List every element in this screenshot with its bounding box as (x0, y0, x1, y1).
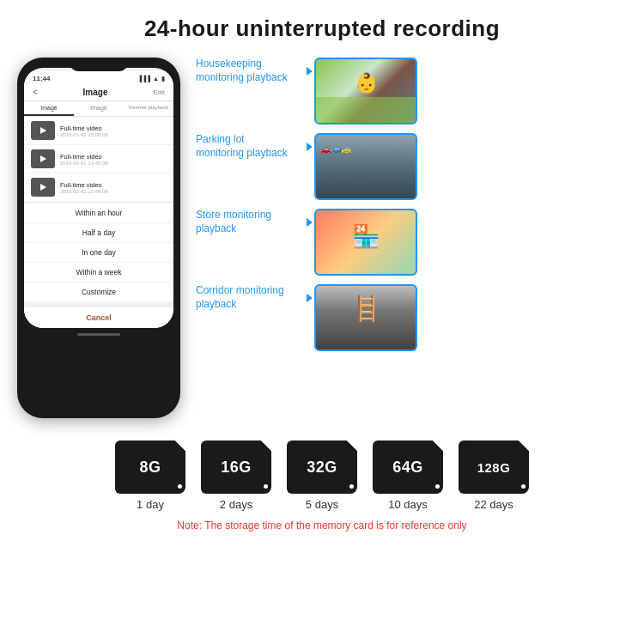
phone-home-indicator (77, 333, 120, 336)
wifi-icon: ▲ (153, 76, 159, 82)
sdcard-caption-128g: 22 days (474, 498, 513, 511)
phone-item-text-1: Full-time video 2019-01-01 15:08:06 (60, 125, 108, 137)
sdcard-dot-128g (521, 484, 526, 489)
sdcard-label-32g: 32G (307, 459, 337, 477)
phone-nav-bar: < Image Edit (24, 84, 173, 101)
phone-list-item-2[interactable]: Full-time video 2019-01-01 13:45:06 (24, 145, 173, 173)
sdcard-dot-16g (264, 484, 268, 489)
phone-item-sub-1: 2019-01-01 15:08:06 (60, 132, 108, 137)
phone-thumb-3 (31, 178, 55, 197)
phone-body: 11:44 ▐▐▐ ▲ ▮ < Image Edit (17, 58, 180, 418)
phone-time: 11:44 (33, 75, 50, 82)
monitoring-arrow-housekeeping (307, 67, 313, 76)
dropdown-within-hour[interactable]: Within an hour (24, 204, 173, 223)
phone-item-text-2: Full-time video 2019-01-01 13:45:06 (60, 153, 108, 166)
phone-tab-image[interactable]: Image (24, 101, 74, 116)
dropdown-one-day[interactable]: In one day (24, 243, 173, 263)
phone-item-title-3: Full-time video (60, 181, 108, 189)
phone-list-item-3[interactable]: Full-time video 2019-01-01 13:40:08 (24, 173, 173, 202)
page-title: 24-hour uninterrupted recording (144, 15, 500, 42)
sdcard-dot-64g (435, 484, 440, 489)
monitoring-image-store (314, 209, 417, 276)
monitoring-row-store: Store monitoringplayback (196, 209, 627, 276)
sdcard-notch-8g (175, 440, 185, 451)
phone-list-item-1[interactable]: Full-time video 2019-01-01 15:08:06 (24, 117, 173, 145)
sdcard-item-64g: 64G 10 days (373, 440, 443, 511)
dropdown-customize[interactable]: Customize (24, 283, 173, 302)
monitoring-image-parking (314, 133, 417, 200)
phone-nav-edit[interactable]: Edit (153, 88, 165, 96)
monitoring-arrow-corridor (307, 294, 313, 302)
sdcard-caption-64g: 10 days (388, 498, 428, 511)
battery-icon: ▮ (161, 76, 165, 82)
sdcard-notch-32g (347, 440, 357, 451)
phone-tabs: Image Image Remote playback (24, 101, 173, 117)
phone-item-sub-2: 2019-01-01 13:45:06 (60, 161, 108, 166)
sdcard-caption-16g: 2 days (220, 498, 252, 511)
phone-notch (69, 58, 129, 71)
sdcard-notch-64g (433, 440, 443, 451)
phone-cancel-button[interactable]: Cancel (24, 304, 173, 328)
monitoring-arrow-store (307, 218, 313, 227)
phone-status-bar: 11:44 ▐▐▐ ▲ ▮ (24, 71, 173, 84)
sdcard-visual-64g: 64G (373, 440, 443, 494)
monitoring-text-housekeeping: Housekeepingmonitoring playback (196, 58, 288, 84)
monitoring-label-parking: Parking lotmonitoring playback (196, 133, 307, 160)
sdcard-dot-8g (178, 484, 182, 489)
sdcard-section: 8G 1 day 16G 2 days 32G 5 (17, 440, 627, 532)
sdcard-item-16g: 16G 2 days (201, 440, 271, 511)
phone-tab-image2[interactable]: Image (74, 101, 124, 116)
phone-dropdown: Within an hour Half a day In one day Wit… (24, 204, 173, 302)
phone-item-title-1: Full-time video (60, 125, 108, 132)
monitoring-label-store: Store monitoringplayback (196, 209, 307, 235)
sdcard-visual-32g: 32G (287, 440, 357, 494)
sdcard-dot-32g (349, 484, 354, 489)
phone-nav-title: Image (83, 88, 108, 97)
monitoring-text-store: Store monitoringplayback (196, 209, 271, 235)
phone-screen: 11:44 ▐▐▐ ▲ ▮ < Image Edit (24, 68, 173, 328)
sdcard-item-128g: 128G 22 days (459, 440, 529, 511)
sdcard-item-8g: 8G 1 day (115, 440, 185, 511)
sdcard-caption-8g: 1 day (137, 498, 164, 511)
phone-tab-remote[interactable]: Remote playback (124, 101, 173, 116)
sdcard-label-8g: 8G (139, 459, 161, 477)
sdcard-notch-16g (261, 440, 271, 451)
sdcard-caption-32g: 5 days (306, 498, 338, 511)
sdcard-visual-8g: 8G (115, 440, 185, 494)
sdcard-visual-128g: 128G (459, 440, 529, 494)
monitoring-label-housekeeping: Housekeepingmonitoring playback (196, 58, 307, 84)
sdcard-visual-16g: 16G (201, 440, 271, 494)
sdcard-label-128g: 128G (477, 460, 511, 475)
phone-thumb-1 (31, 121, 55, 140)
monitoring-image-corridor (314, 284, 417, 351)
monitoring-row-corridor: Corridor monitoringplayback (196, 284, 627, 351)
phone-item-title-2: Full-time video (60, 153, 108, 161)
monitoring-text-parking: Parking lotmonitoring playback (196, 133, 288, 160)
monitoring-arrow-parking (307, 143, 313, 151)
signal-icon: ▐▐▐ (137, 76, 150, 82)
sdcard-label-64g: 64G (392, 459, 423, 477)
phone-mockup: 11:44 ▐▐▐ ▲ ▮ < Image Edit (17, 58, 189, 418)
right-monitoring-section: Housekeepingmonitoring playback Parking … (189, 58, 627, 351)
phone-item-sub-3: 2019-01-01 13:40:08 (60, 189, 108, 194)
back-arrow-icon[interactable]: < (33, 88, 38, 97)
sdcard-item-32g: 32G 5 days (287, 440, 357, 511)
sdcard-notch-128g (519, 440, 529, 451)
middle-section: 11:44 ▐▐▐ ▲ ▮ < Image Edit (17, 58, 627, 418)
monitoring-label-corridor: Corridor monitoringplayback (196, 284, 307, 311)
phone-item-text-3: Full-time video 2019-01-01 13:40:08 (60, 181, 108, 194)
monitoring-image-housekeeping (314, 58, 417, 125)
phone-thumb-2 (31, 149, 55, 168)
dropdown-half-day[interactable]: Half a day (24, 223, 173, 243)
phone-status-icons: ▐▐▐ ▲ ▮ (137, 76, 165, 82)
monitoring-row-housekeeping: Housekeepingmonitoring playback (196, 58, 627, 125)
dropdown-week[interactable]: Within a week (24, 263, 173, 283)
monitoring-row-parking: Parking lotmonitoring playback (196, 133, 627, 200)
sdcard-label-16g: 16G (221, 459, 252, 477)
sdcard-row: 8G 1 day 16G 2 days 32G 5 (115, 440, 529, 511)
monitoring-text-corridor: Corridor monitoringplayback (196, 284, 284, 311)
storage-note: Note: The storage time of the memory car… (177, 519, 466, 532)
